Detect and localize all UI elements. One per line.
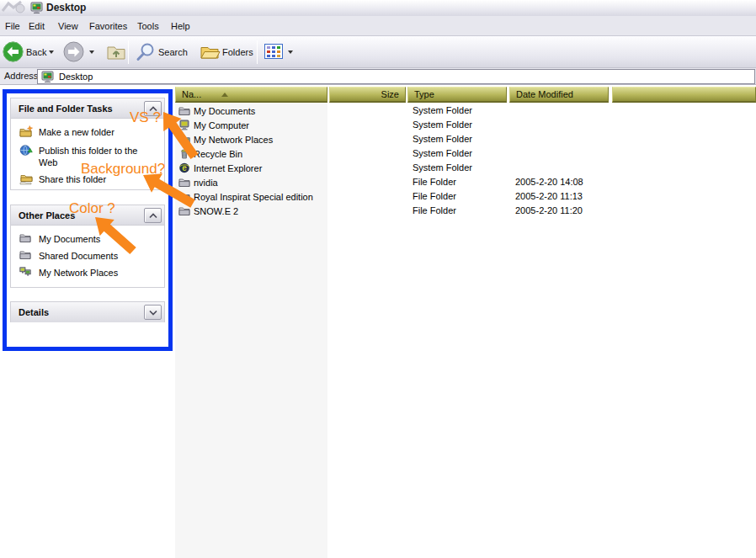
details-panel: Details [10,301,165,322]
other-places-panel: Other Places My Documents Shared Documen… [10,205,165,288]
file-name-cell[interactable]: Recycle Bin [178,146,242,161]
column-header-size[interactable]: Size [329,87,406,103]
file-size-cell [329,118,403,132]
title-bar: Desktop [0,0,756,16]
place-item[interactable]: Shared Documents [19,250,164,262]
file-name: Recycle Bin [194,149,242,159]
chevron-up-icon[interactable] [144,101,162,116]
file-name: Internet Explorer [194,163,262,173]
my-computer-icon [178,120,190,130]
file-size-cell [329,204,403,218]
file-type-cell: System Folder [413,146,472,161]
back-circle-icon[interactable] [3,41,24,63]
file-type-cell: System Folder [413,118,472,132]
search-magnifier-icon[interactable] [136,42,156,62]
table-row[interactable]: My Network Places System Folder [175,132,756,146]
file-type-cell: File Folder [413,204,456,218]
menu-item[interactable]: Edit [29,16,45,36]
file-name-cell[interactable]: My Documents [178,104,255,118]
forward-circle-icon[interactable] [63,41,84,63]
folders-button-label: Folders [222,36,253,68]
panel-title: Details [19,307,49,317]
menu-item[interactable]: File [5,16,20,36]
file-size-cell [329,104,403,118]
table-row[interactable]: nvidia File Folder 2005-2-20 14:08 [175,175,756,189]
task-item[interactable]: Share this folder [19,173,164,187]
file-name-cell[interactable]: Royal Inspirat Special edition [178,189,313,204]
place-item-label: My Documents [39,233,100,245]
task-item[interactable]: Make a new folder [19,126,164,140]
column-header-date-modified[interactable]: Date Modified [509,87,609,103]
file-type-cell: File Folder [413,189,456,204]
task-item-label: Make a new folder [39,126,114,138]
column-header-name[interactable]: Na... [175,87,327,103]
file-name: Royal Inspirat Special edition [194,192,313,202]
faded-corner-icon [1,0,26,15]
forward-dropdown-arrow-icon[interactable] [89,50,94,54]
panel-header[interactable]: File and Folder Tasks [11,98,164,119]
back-dropdown-arrow-icon[interactable] [49,50,54,54]
file-name-cell[interactable]: My Network Places [178,132,273,146]
table-row[interactable]: My Documents System Folder [175,104,756,118]
back-button-label: Back [26,36,46,68]
file-size-cell [329,175,403,189]
task-item-label: Publish this folder to the Web [39,145,148,168]
place-item[interactable]: My Documents [19,233,164,245]
table-row[interactable]: e Internet Explorer System Folder [175,161,756,175]
file-size-cell [329,161,403,175]
table-row[interactable]: Royal Inspirat Special edition File Fold… [175,189,756,204]
views-grid-icon[interactable] [264,44,283,61]
task-pane-sidebar: File and Folder Tasks Make a new folder … [0,85,175,558]
silver-folder-icon [19,232,35,245]
explorer-main: File and Folder Tasks Make a new folder … [0,85,756,558]
file-name: My Computer [194,120,249,130]
address-bar: Address Desktop [0,68,756,85]
place-item-label: Shared Documents [39,250,118,262]
task-item-label: Share this folder [39,173,106,185]
chevron-down-icon[interactable] [144,305,162,320]
file-name: nvidia [194,178,218,188]
table-row[interactable]: My Computer System Folder [175,118,756,132]
new-folder-icon [19,125,35,140]
file-name-cell[interactable]: My Computer [178,118,249,132]
sort-asc-icon [221,93,228,97]
recycle-bin-icon [178,148,190,159]
menu-item[interactable]: View [58,16,78,36]
table-row[interactable]: SNOW.E 2 File Folder 2005-2-20 11:20 [175,204,756,218]
folders-icon[interactable] [199,43,221,61]
chevron-up-icon[interactable] [144,208,162,223]
search-button-label: Search [158,36,188,68]
network-places-icon [19,266,35,279]
place-item[interactable]: My Network Places [19,267,164,279]
file-type-cell: System Folder [413,161,472,175]
column-header-type[interactable]: Type [407,87,507,103]
table-row[interactable]: Recycle Bin System Folder [175,146,756,161]
file-name: My Network Places [194,135,273,145]
file-name-cell[interactable]: nvidia [178,175,218,189]
task-item[interactable]: Publish this folder to the Web [19,145,164,168]
toolbar: Back Search Folders [0,36,756,68]
column-header-empty[interactable] [612,87,756,103]
file-type-cell: System Folder [413,132,472,146]
menu-item[interactable]: Favorites [89,16,127,36]
file-type-cell: System Folder [413,104,472,118]
file-and-folder-tasks-panel: File and Folder Tasks Make a new folder … [10,98,165,190]
place-item-label: My Network Places [39,267,118,279]
address-input[interactable]: Desktop [37,69,755,84]
views-dropdown-arrow-icon[interactable] [288,50,293,54]
file-name-cell[interactable]: SNOW.E 2 [178,204,238,218]
file-date-cell: 2005-2-20 11:13 [515,189,583,204]
panel-header[interactable]: Details [11,302,164,322]
menu-bar: File Edit View Favorites Tools Help [0,16,756,36]
toolbar-separator [128,40,129,64]
silver-folder-icon [19,249,35,262]
up-folder-icon[interactable] [106,43,126,61]
file-name-cell[interactable]: e Internet Explorer [178,161,262,175]
menu-item[interactable]: Help [171,16,190,36]
silver-folder-icon [178,205,190,216]
file-size-cell [329,189,403,204]
menu-item[interactable]: Tools [137,16,159,36]
file-name: My Documents [194,106,255,116]
panel-header[interactable]: Other Places [11,205,164,226]
file-date-cell: 2005-2-20 11:20 [515,204,583,218]
